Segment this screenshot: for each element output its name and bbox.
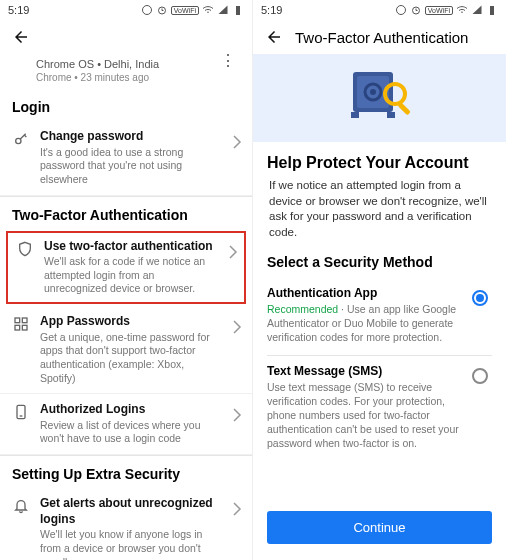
alarm-icon [410,4,422,16]
item-sub: We'll let you know if anyone logs in fro… [40,528,222,560]
topbar-left [0,20,252,54]
item-app-passwords[interactable]: App Passwords Get a unique, one-time pas… [0,306,252,394]
back-icon[interactable] [265,28,283,46]
item-sub: We'll ask for a code if we notice an att… [44,255,218,296]
status-time: 5:19 [8,4,29,16]
svg-rect-2 [236,6,240,15]
svg-rect-15 [490,6,494,15]
chevron-right-icon [232,402,242,426]
radio-unselected[interactable] [472,368,488,384]
screen-tfa-setup: 5:19 VoWiFi Two-Factor Authentication He… [253,0,506,560]
prev-meta: Chrome • 23 minutes ago [36,72,159,83]
previous-session-row[interactable]: Chrome OS • Delhi, India Chrome • 23 min… [0,54,252,89]
item-change-password[interactable]: Change password It's a good idea to use … [0,121,252,196]
item-sub: It's a good idea to use a strong passwor… [40,146,222,187]
recommended-badge: Recommended [267,303,338,315]
method-sub: Recommended · Use an app like Google Aut… [267,302,464,345]
status-bar: 5:19 VoWiFi [253,0,506,20]
item-sub: Review a list of devices where you won't… [40,419,222,446]
svg-point-0 [142,6,151,15]
svg-rect-21 [387,112,395,118]
settings-list: Chrome OS • Delhi, India Chrome • 23 min… [0,54,252,560]
signal-icon [471,4,483,16]
item-title: Use two-factor authentication [44,239,218,255]
section-extra: Setting Up Extra Security [0,455,252,488]
alarm-icon [156,4,168,16]
svg-rect-23 [397,102,410,115]
item-title: Get alerts about unrecognized logins [40,496,222,527]
back-icon[interactable] [12,28,30,46]
whatsapp-icon [141,4,153,16]
svg-rect-4 [15,318,20,323]
more-icon[interactable]: ⋮ [220,58,240,64]
bell-icon [12,496,30,514]
item-title: Change password [40,129,222,145]
svg-rect-20 [351,112,359,118]
item-sub: Get a unique, one-time password for apps… [40,331,222,386]
status-time: 5:19 [261,4,282,16]
svg-point-19 [370,89,376,95]
method-title: Authentication App [267,286,464,300]
svg-point-13 [396,6,405,15]
shield-icon [16,239,34,257]
key-icon [12,129,30,147]
battery-icon [232,4,244,16]
protect-intro: If we notice an attempted login from a d… [267,178,492,240]
right-content: Help Protect Your Account If we notice a… [253,142,506,460]
method-auth-app[interactable]: Authentication App Recommended · Use an … [267,278,492,356]
svg-point-3 [16,138,21,143]
topbar-right: Two-Factor Authentication [253,20,506,54]
item-use-tfa[interactable]: Use two-factor authentication We'll ask … [6,231,246,305]
chevron-right-icon [232,129,242,153]
method-sub: Use text message (SMS) to receive verifi… [267,380,464,451]
section-login: Login [0,89,252,121]
phone-icon [12,402,30,420]
page-title: Two-Factor Authentication [295,29,468,46]
section-tfa: Two-Factor Authentication [0,196,252,229]
prev-title: Chrome OS • Delhi, India [36,58,159,70]
svg-rect-7 [22,325,27,330]
battery-icon [486,4,498,16]
chevron-right-icon [232,496,242,520]
safe-icon [345,68,415,124]
item-authorized-logins[interactable]: Authorized Logins Review a list of devic… [0,394,252,455]
item-alerts[interactable]: Get alerts about unrecognized logins We'… [0,488,252,560]
wifi-icon [202,4,214,16]
protect-heading: Help Protect Your Account [267,154,492,172]
continue-button[interactable]: Continue [267,511,492,544]
vowifi-badge: VoWiFi [171,6,199,15]
hero-illustration [253,54,506,142]
item-title: App Passwords [40,314,222,330]
wifi-icon [456,4,468,16]
status-icons: VoWiFi [395,4,498,16]
select-method-heading: Select a Security Method [267,254,492,270]
whatsapp-icon [395,4,407,16]
screen-security-settings: 5:19 VoWiFi Chrome OS • Delhi, India Chr… [0,0,253,560]
chevron-right-icon [232,314,242,338]
chevron-right-icon [228,239,238,263]
radio-selected[interactable] [472,290,488,306]
signal-icon [217,4,229,16]
grid-icon [12,314,30,332]
svg-rect-6 [15,325,20,330]
method-title: Text Message (SMS) [267,364,464,378]
status-icons: VoWiFi [141,4,244,16]
status-bar: 5:19 VoWiFi [0,0,252,20]
svg-rect-5 [22,318,27,323]
method-sms[interactable]: Text Message (SMS) Use text message (SMS… [267,356,492,461]
item-title: Authorized Logins [40,402,222,418]
vowifi-badge: VoWiFi [425,6,453,15]
